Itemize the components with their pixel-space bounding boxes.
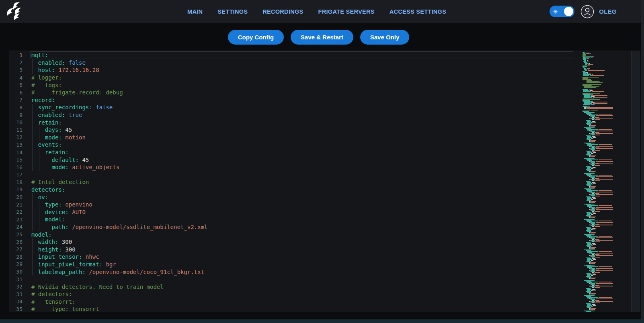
line-number: 19 — [9, 186, 23, 192]
line-number: 12 — [9, 134, 23, 140]
config-toolbar: Copy Config Save & Restart Save Only — [0, 30, 637, 45]
code-text: input_tensor: nhwc — [31, 253, 99, 260]
code-text: mode: active_objects — [31, 164, 119, 170]
indent-guide — [39, 156, 39, 164]
username-label[interactable]: OLEG — [599, 8, 617, 15]
line-number: 25 — [9, 231, 23, 237]
indent-guide — [32, 119, 33, 126]
code-line[interactable]: 2 enabled: false — [9, 59, 582, 67]
code-line[interactable]: 23 model: — [9, 216, 582, 223]
code-line[interactable]: 4# logger: — [9, 74, 582, 82]
editor-scrollbar-vertical[interactable] — [631, 51, 640, 312]
code-line[interactable]: 9 enabled: true — [9, 111, 582, 119]
line-number: 21 — [9, 202, 23, 208]
code-line[interactable]: 12 mode: motion — [9, 134, 582, 141]
nav-item-recordings[interactable]: RECORDINGS — [263, 8, 303, 15]
code-line[interactable]: 19detectors: — [9, 186, 582, 194]
code-line[interactable]: 29 input_pixel_format: bgr — [9, 261, 582, 268]
indent-guide — [32, 126, 33, 134]
code-text: mqtt: — [31, 52, 48, 58]
frigate-logo-icon[interactable] — [5, 2, 23, 22]
code-lines[interactable]: 1mqtt:2 enabled: false3 host: 172.16.16.… — [9, 51, 582, 312]
indent-guide — [32, 66, 33, 74]
code-line[interactable]: 34# tensorrt: — [9, 298, 582, 306]
code-text: enabled: true — [31, 112, 82, 118]
indent-guide — [39, 134, 39, 141]
save-restart-button[interactable]: Save & Restart — [291, 30, 353, 45]
nav-item-access-settings[interactable]: ACCESS SETTINGS — [390, 8, 446, 15]
indent-guide — [39, 216, 39, 223]
code-line[interactable]: 32# Nvidia detectors. Need to train mode… — [9, 283, 582, 290]
config-editor[interactable]: 1mqtt:2 enabled: false3 host: 172.16.16.… — [9, 51, 640, 312]
code-text: # tensorrt: — [31, 298, 76, 305]
code-line[interactable]: 28 input_tensor: nhwc — [9, 253, 582, 261]
code-text: host: 172.16.16.28 — [31, 67, 99, 73]
code-line[interactable]: 8 sync_recordings: false — [9, 104, 582, 111]
code-line[interactable]: 26 width: 300 — [9, 238, 582, 246]
user-menu[interactable]: OLEG — [580, 5, 617, 18]
code-line[interactable]: 7record: — [9, 96, 582, 104]
user-avatar[interactable] — [580, 5, 594, 18]
code-line[interactable]: 24 path: /openvino-model/ssdlite_mobilen… — [9, 223, 582, 231]
theme-toggle[interactable]: ☀ — [550, 6, 574, 17]
code-text: height: 300 — [31, 246, 76, 253]
code-line[interactable]: 14 retain: — [9, 149, 582, 156]
code-line[interactable]: 3 host: 172.16.16.28 — [9, 66, 582, 74]
code-line[interactable]: 1mqtt: — [9, 51, 582, 59]
top-nav-bar: MAIN SETTINGS RECORDINGS FRIGATE SERVERS… — [0, 0, 644, 23]
line-number: 6 — [9, 90, 23, 96]
indent-guide — [46, 223, 46, 231]
code-line[interactable]: 25model: — [9, 231, 582, 238]
indent-guide — [32, 141, 33, 149]
code-text: mode: motion — [31, 134, 86, 141]
browser-scrollbar-horizontal[interactable] — [0, 319, 644, 323]
code-text: width: 300 — [31, 239, 72, 245]
header-controls: ☀ OLEG — [550, 0, 617, 23]
indent-guide — [32, 261, 33, 268]
code-line[interactable]: 31 — [9, 276, 582, 283]
code-line[interactable]: 6# frigate.record: debug — [9, 89, 582, 96]
code-text: days: 45 — [31, 127, 72, 133]
code-line[interactable]: 16 mode: active_objects — [9, 164, 582, 171]
indent-guide — [46, 156, 46, 164]
nav-item-main[interactable]: MAIN — [187, 8, 203, 15]
code-line[interactable]: 30 labelmap_path: /openvino-model/coco_9… — [9, 268, 582, 276]
code-line[interactable]: 21 type: openvino — [9, 201, 582, 209]
code-text: sync_recordings: false — [31, 104, 113, 110]
nav-item-frigate-servers[interactable]: FRIGATE SERVERS — [318, 8, 375, 15]
code-text: # type: tensorrt — [31, 306, 99, 312]
code-text: enabled: false — [31, 59, 86, 66]
code-line[interactable]: 10 retain: — [9, 119, 582, 126]
indent-guide — [32, 59, 33, 67]
nav-item-settings[interactable]: SETTINGS — [217, 8, 248, 15]
indent-guide — [32, 149, 33, 156]
code-line[interactable]: 15 default: 45 — [9, 156, 582, 164]
indent-guide — [39, 149, 39, 156]
line-number: 20 — [9, 194, 23, 200]
code-line[interactable]: 5# logs: — [9, 81, 582, 89]
toggle-knob[interactable] — [564, 7, 573, 16]
code-line[interactable]: 35# type: tensorrt — [9, 305, 582, 312]
indent-guide — [39, 164, 39, 171]
line-number: 33 — [9, 291, 23, 297]
code-line[interactable]: 13 events: — [9, 141, 582, 149]
save-only-button[interactable]: Save Only — [360, 30, 410, 45]
line-number: 28 — [9, 254, 23, 260]
code-text: labelmap_path: /openvino-model/coco_91cl… — [31, 269, 204, 275]
line-number: 23 — [9, 217, 23, 223]
indent-guide — [32, 111, 33, 119]
code-line[interactable]: 27 height: 300 — [9, 245, 582, 253]
code-line[interactable]: 17 — [9, 171, 582, 179]
code-line[interactable]: 11 days: 45 — [9, 126, 582, 134]
line-number: 4 — [9, 75, 23, 81]
code-line[interactable]: 20 ov: — [9, 193, 582, 201]
indent-guide — [32, 216, 33, 223]
browser-scrollbar-vertical[interactable] — [641, 0, 644, 323]
editor-minimap[interactable] — [582, 52, 613, 312]
code-line[interactable]: 18# Intel detection — [9, 178, 582, 186]
copy-config-button[interactable]: Copy Config — [228, 30, 284, 45]
code-line[interactable]: 22 device: AUTO — [9, 208, 582, 216]
indent-guide — [32, 201, 33, 209]
line-number: 27 — [9, 246, 23, 252]
code-line[interactable]: 33# detectors: — [9, 290, 582, 298]
